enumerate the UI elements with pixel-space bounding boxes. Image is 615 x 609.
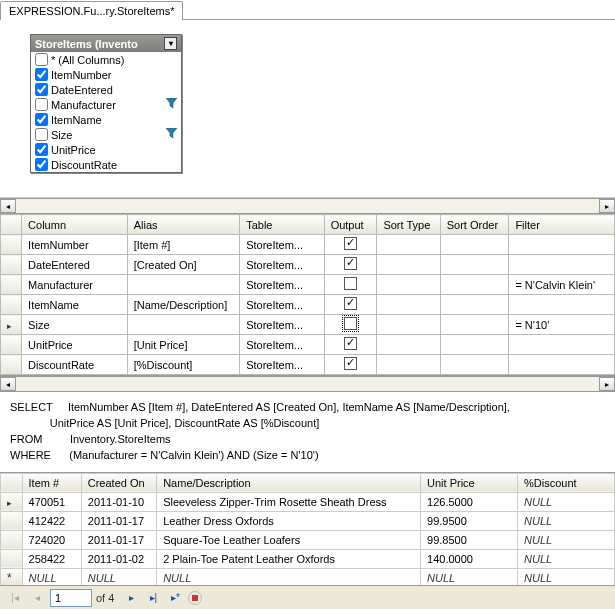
criteria-output-cell[interactable] [324,315,377,335]
row-header[interactable] [1,530,23,549]
nav-stop-button[interactable] [188,591,202,605]
results-row[interactable]: 4124222011-01-17Leather Dress Oxfords99.… [1,511,615,530]
criteria-column-header[interactable]: Table [240,215,324,235]
criteria-cell-filter[interactable] [509,255,615,275]
results-cell[interactable]: Sleeveless Zipper-Trim Rosette Sheath Dr… [157,492,421,511]
output-checkbox[interactable] [344,237,357,250]
results-cell[interactable]: NULL [518,549,615,568]
criteria-column-header[interactable]: Alias [127,215,239,235]
row-header[interactable] [1,295,22,315]
column-checkbox[interactable] [35,53,48,66]
criteria-cell-column[interactable]: DateEntered [22,255,128,275]
criteria-column-header[interactable]: Sort Type [377,215,440,235]
results-cell[interactable]: 258422 [22,549,81,568]
criteria-cell-column[interactable]: ItemName [22,295,128,315]
scroll-left-button[interactable]: ◂ [0,199,16,213]
results-table[interactable]: Item #Created OnName/DescriptionUnit Pri… [0,473,615,588]
criteria-row[interactable]: SizeStoreItem...= N'10' [1,315,615,335]
results-column-header[interactable]: Name/Description [157,473,421,492]
criteria-cell-filter[interactable] [509,355,615,375]
criteria-cell-filter[interactable] [509,235,615,255]
criteria-hscroll[interactable]: ◂ ▸ [0,376,615,392]
tab-query[interactable]: EXPRESSION.Fu...ry.StoreItems* [0,1,183,20]
criteria-cell-sortOrder[interactable] [440,255,509,275]
results-row[interactable]: 7240202011-01-17Square-Toe Leather Loafe… [1,530,615,549]
results-column-header[interactable]: Unit Price [421,473,518,492]
criteria-cell-table[interactable]: StoreItem... [240,235,324,255]
table-box-storeitems[interactable]: StoreItems (Invento ▾ * (All Columns)Ite… [30,34,182,173]
results-cell[interactable]: 2011-01-10 [81,492,156,511]
results-cell[interactable]: 99.8500 [421,530,518,549]
scroll-track[interactable] [16,377,599,391]
column-checkbox[interactable] [35,113,48,126]
criteria-cell-column[interactable]: Manufacturer [22,275,128,295]
criteria-cell-sortType[interactable] [377,315,440,335]
criteria-cell-table[interactable]: StoreItem... [240,315,324,335]
output-checkbox[interactable] [344,317,357,330]
criteria-cell-sortType[interactable] [377,275,440,295]
criteria-cell-alias[interactable]: [Created On] [127,255,239,275]
row-header[interactable] [1,315,22,335]
criteria-cell-sortType[interactable] [377,335,440,355]
row-header[interactable] [1,335,22,355]
criteria-column-header[interactable]: Filter [509,215,615,235]
criteria-column-header[interactable]: Output [324,215,377,235]
nav-last-button[interactable]: ▸| [144,589,162,607]
table-column-item[interactable]: Size [31,127,181,142]
row-header[interactable] [1,511,23,530]
table-column-item[interactable]: Manufacturer [31,97,181,112]
criteria-row[interactable]: ManufacturerStoreItem...= N'Calvin Klein… [1,275,615,295]
criteria-row[interactable]: UnitPrice[Unit Price]StoreItem... [1,335,615,355]
criteria-cell-sortOrder[interactable] [440,355,509,375]
output-checkbox[interactable] [344,257,357,270]
row-header[interactable] [1,492,23,511]
criteria-row[interactable]: ItemName[Name/Description]StoreItem... [1,295,615,315]
results-column-header[interactable]: Item # [22,473,81,492]
criteria-row[interactable]: ItemNumber[Item #]StoreItem... [1,235,615,255]
table-column-item[interactable]: DateEntered [31,82,181,97]
criteria-cell-table[interactable]: StoreItem... [240,275,324,295]
column-checkbox[interactable] [35,98,48,111]
criteria-output-cell[interactable] [324,235,377,255]
criteria-cell-alias[interactable] [127,275,239,295]
results-cell[interactable]: 470051 [22,492,81,511]
column-checkbox[interactable] [35,128,48,141]
nav-first-button[interactable]: |◂ [6,589,24,607]
criteria-cell-sortType[interactable] [377,255,440,275]
output-checkbox[interactable] [344,297,357,310]
results-row[interactable]: 4700512011-01-10Sleeveless Zipper-Trim R… [1,492,615,511]
scroll-track[interactable] [16,199,599,213]
criteria-output-cell[interactable] [324,295,377,315]
column-checkbox[interactable] [35,83,48,96]
results-cell[interactable]: Square-Toe Leather Loafers [157,530,421,549]
results-cell[interactable]: Leather Dress Oxfords [157,511,421,530]
table-menu-button[interactable]: ▾ [164,37,177,50]
criteria-cell-sortType[interactable] [377,295,440,315]
results-cell[interactable]: 412422 [22,511,81,530]
scroll-left-button[interactable]: ◂ [0,377,16,391]
criteria-cell-filter[interactable]: = N'10' [509,315,615,335]
criteria-cell-sortOrder[interactable] [440,275,509,295]
results-row[interactable]: 2584222011-01-022 Plain-Toe Patent Leath… [1,549,615,568]
criteria-cell-alias[interactable]: [Unit Price] [127,335,239,355]
criteria-cell-table[interactable]: StoreItem... [240,355,324,375]
table-column-item[interactable]: UnitPrice [31,142,181,157]
output-checkbox[interactable] [344,357,357,370]
results-cell[interactable]: 140.0000 [421,549,518,568]
criteria-cell-column[interactable]: DiscountRate [22,355,128,375]
row-header-corner[interactable] [1,215,22,235]
criteria-column-header[interactable]: Sort Order [440,215,509,235]
results-cell[interactable]: 2011-01-17 [81,511,156,530]
nav-next-button[interactable]: ▸ [122,589,140,607]
table-column-item[interactable]: ItemName [31,112,181,127]
nav-position-input[interactable] [50,589,92,607]
results-cell[interactable]: NULL [518,511,615,530]
table-column-item[interactable]: ItemNumber [31,67,181,82]
criteria-cell-sortOrder[interactable] [440,235,509,255]
criteria-cell-alias[interactable] [127,315,239,335]
table-column-item[interactable]: DiscountRate [31,157,181,172]
nav-new-button[interactable]: ▸* [166,589,184,607]
criteria-cell-filter[interactable] [509,335,615,355]
results-column-header[interactable]: Created On [81,473,156,492]
results-cell[interactable]: NULL [518,530,615,549]
